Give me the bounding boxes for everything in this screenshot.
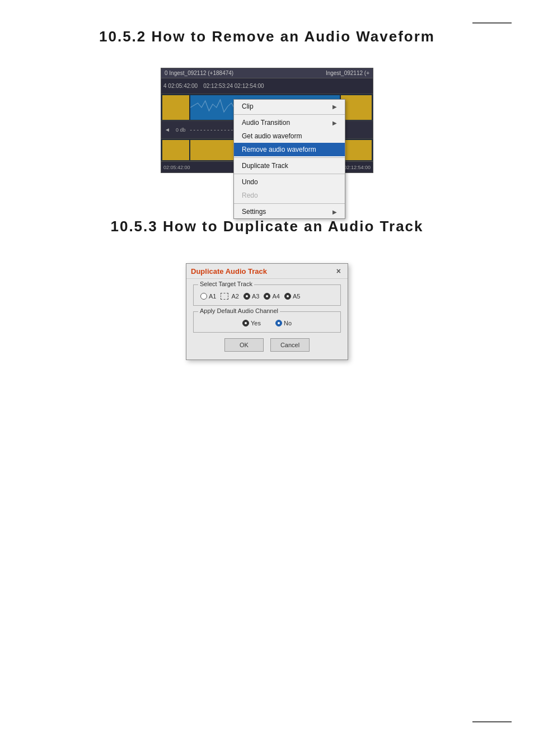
apply-channel-label: Apply Default Audio Channel: [198, 307, 280, 314]
timeline-header-left: 0 Ingest_092112 (+188474): [165, 70, 233, 76]
track-A1-option[interactable]: A1: [200, 293, 216, 300]
apply-channel-group: Apply Default Audio Channel Yes No: [193, 311, 341, 333]
ctx-audio-transition-label: Audio Transition: [242, 119, 290, 127]
corner-line-bottom: [472, 721, 512, 722]
channel-no-radio[interactable]: [275, 320, 282, 326]
dialog-area: Duplicate Audio Track × Select Target Tr…: [0, 263, 534, 360]
ctx-redo: Redo: [234, 189, 345, 202]
channel-no-label: No: [284, 320, 292, 326]
ctx-clip-label: Clip: [242, 102, 254, 110]
context-menu: Clip ▶ Audio Transition ▶ Get audio wave…: [233, 99, 345, 219]
clip-yellow-1: [162, 95, 189, 120]
dialog-close-button[interactable]: ×: [334, 267, 343, 276]
ctx-sep-1: [234, 114, 345, 115]
ctx-audio-transition-arrow: ▶: [332, 120, 337, 126]
timeline-header-right: Ingest_092112 (+: [326, 70, 369, 76]
ctx-settings-arrow: ▶: [332, 209, 337, 215]
timeline-time-row: 4 02:05:42:00 02:12:53:24 02:12:54:00: [161, 78, 373, 94]
ctx-settings-label: Settings: [242, 208, 266, 216]
track-A1-radio[interactable]: [200, 293, 207, 300]
channel-yes-option[interactable]: Yes: [242, 320, 261, 326]
track-A5-label: A5: [293, 293, 300, 300]
timeline-row1-label: 4 02:05:42:00: [163, 83, 198, 89]
dialog-titlebar: Duplicate Audio Track ×: [186, 264, 348, 279]
track-A5-option[interactable]: A5: [284, 293, 300, 300]
cancel-button[interactable]: Cancel: [270, 338, 310, 352]
ctx-duplicate-track-label: Duplicate Track: [242, 162, 288, 170]
timeline-row1-times: 02:12:53:24 02:12:54:00: [203, 83, 264, 89]
ctx-duplicate-track[interactable]: Duplicate Track: [234, 159, 345, 172]
dialog-title: Duplicate Audio Track: [191, 267, 267, 276]
channel-yes-label: Yes: [251, 320, 261, 326]
track-A2-label: A2: [231, 293, 238, 300]
ctx-get-waveform[interactable]: Get audio waveform: [234, 129, 345, 143]
select-target-track-group: Select Target Track A1 A2: [193, 284, 341, 306]
ctx-get-waveform-label: Get audio waveform: [242, 132, 302, 140]
track-A2-box[interactable]: [221, 293, 228, 300]
corner-line-top: [472, 22, 512, 24]
ctx-undo[interactable]: Undo: [234, 175, 345, 189]
channel-no-option[interactable]: No: [275, 320, 292, 326]
ctx-remove-waveform-label: Remove audio waveform: [242, 146, 316, 153]
track-A4-option[interactable]: A4: [264, 293, 279, 300]
duplicate-audio-track-dialog: Duplicate Audio Track × Select Target Tr…: [186, 263, 348, 360]
track-radio-row: A1 A2 A3 A4: [200, 290, 334, 300]
screenshot-area-1: 0 Ingest_092112 (+188474) Ingest_092112 …: [0, 68, 534, 173]
section1-heading: 10.5.2 How to Remove an Audio Waveform: [0, 0, 534, 62]
ctx-clip[interactable]: Clip ▶: [234, 100, 345, 113]
ctx-redo-label: Redo: [242, 192, 258, 199]
ctx-settings[interactable]: Settings ▶: [234, 205, 345, 218]
channel-yes-radio[interactable]: [242, 320, 249, 326]
track-A3-radio[interactable]: [243, 293, 250, 300]
timeline-bottom-right: 02:12:54:00: [344, 165, 371, 170]
track-A5-radio[interactable]: [284, 293, 291, 300]
timeline-header: 0 Ingest_092112 (+188474) Ingest_092112 …: [161, 68, 373, 78]
track-A4-label: A4: [272, 293, 279, 300]
track-A3-label: A3: [252, 293, 259, 300]
ctx-sep-4: [234, 203, 345, 204]
ctx-clip-arrow: ▶: [332, 104, 337, 110]
ctx-sep-2: [234, 157, 345, 158]
channel-radio-row: Yes No: [200, 316, 334, 326]
ctx-remove-waveform[interactable]: Remove audio waveform: [234, 143, 345, 156]
ok-button[interactable]: OK: [224, 338, 264, 352]
timeline-container: 0 Ingest_092112 (+188474) Ingest_092112 …: [161, 68, 373, 173]
ctx-undo-label: Undo: [242, 178, 258, 186]
ctx-audio-transition[interactable]: Audio Transition ▶: [234, 116, 345, 129]
dialog-body: Select Target Track A1 A2: [186, 279, 348, 360]
track-A1-label: A1: [209, 293, 216, 300]
timeline-bottom-left: 02:05:42:00: [163, 165, 190, 170]
dialog-buttons: OK Cancel: [193, 338, 341, 352]
db-label: 0 db: [174, 127, 188, 133]
track-A4-radio[interactable]: [264, 293, 270, 300]
track-dashes: - - - - - - - - - - - - - - -: [190, 127, 240, 133]
track-A3-option[interactable]: A3: [243, 293, 259, 300]
track-A2-option[interactable]: A2: [221, 293, 238, 300]
select-target-track-label: Select Target Track: [198, 281, 254, 287]
track-arrow: ◄: [165, 127, 170, 133]
ctx-sep-3: [234, 174, 345, 174]
clip-yellow-2: [162, 140, 189, 160]
clip-orange-right: [341, 95, 372, 120]
